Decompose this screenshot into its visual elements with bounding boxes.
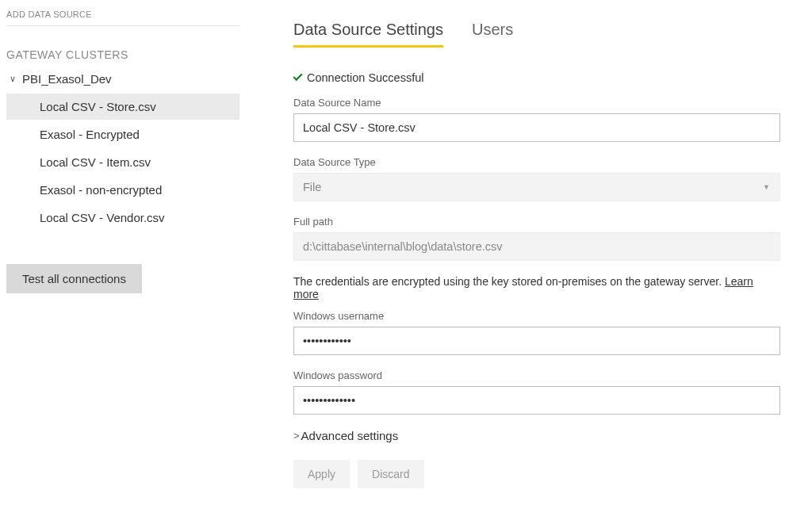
checkmark-icon [293,71,302,81]
chevron-down-icon: ∨ [10,74,16,84]
sidebar: ADD DATA SOURCE GATEWAY CLUSTERS ∨ PBI_E… [0,0,246,505]
connection-status: Connection Successful [293,71,780,84]
action-buttons: Apply Discard [293,460,780,488]
tab-users[interactable]: Users [472,21,513,48]
full-path-label: Full path [293,216,780,228]
windows-username-input[interactable] [293,327,780,355]
apply-button[interactable]: Apply [293,460,350,488]
gateway-cluster-row[interactable]: ∨ PBI_Exasol_Dev [6,69,239,89]
advanced-settings-toggle[interactable]: > Advanced settings [293,429,780,442]
credentials-helper-text: The credentials are encrypted using the … [293,275,780,300]
data-source-type-label: Data Source Type [293,156,780,168]
data-source-type-select[interactable]: File [293,173,780,201]
data-source-item[interactable]: Local CSV - Store.csv [6,94,239,120]
gateway-clusters-title: GATEWAY CLUSTERS [6,48,239,61]
full-path-input [293,232,780,261]
chevron-right-icon: > [293,430,300,442]
data-source-list: Local CSV - Store.csv Exasol - Encrypted… [6,94,239,231]
tabs: Data Source Settings Users [293,21,780,48]
test-all-connections-button[interactable]: Test all connections [6,264,142,293]
data-source-item[interactable]: Exasol - non-encrypted [6,177,239,203]
tab-data-source-settings[interactable]: Data Source Settings [293,21,443,48]
main-panel: Data Source Settings Users Connection Su… [246,0,812,505]
windows-password-input[interactable] [293,386,780,415]
windows-username-label: Windows username [293,310,780,322]
connection-status-text: Connection Successful [307,71,424,84]
data-source-item[interactable]: Exasol - Encrypted [6,121,239,147]
data-source-item[interactable]: Local CSV - Vendor.csv [6,205,239,231]
windows-password-label: Windows password [293,369,780,381]
data-source-item[interactable]: Local CSV - Item.csv [6,149,239,175]
discard-button[interactable]: Discard [358,460,423,488]
gateway-cluster-name: PBI_Exasol_Dev [22,72,112,86]
advanced-settings-label: Advanced settings [301,429,399,442]
data-source-name-label: Data Source Name [293,97,780,109]
data-source-name-input[interactable] [293,113,780,142]
add-data-source-header: ADD DATA SOURCE [6,6,239,26]
